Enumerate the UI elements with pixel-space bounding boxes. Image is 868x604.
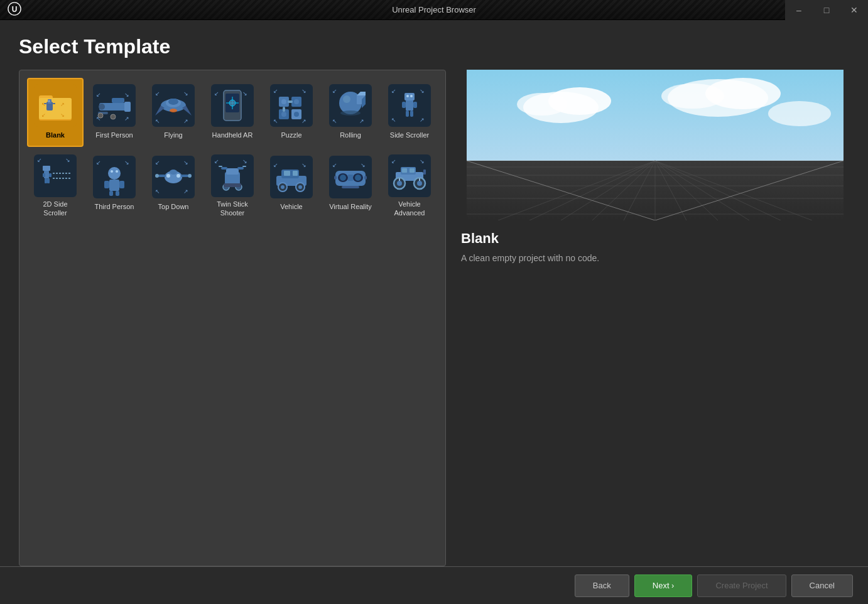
svg-rect-124 [237,167,244,170]
svg-rect-56 [288,100,293,103]
svg-point-176 [768,101,831,126]
svg-point-65 [340,111,361,116]
flying-icon: ↙ ↘ ↖ ↗ [151,83,196,128]
svg-rect-125 [219,166,222,167]
back-button[interactable]: Back [575,574,629,597]
svg-point-115 [188,174,192,178]
flying-label: Flying [164,131,182,139]
svg-point-8 [48,100,50,102]
template-item-vehicle[interactable]: ↙ ↘ Vehicle [263,149,320,218]
window-title: Unreal Project Browser [392,5,476,14]
svg-text:↙: ↙ [155,90,160,97]
close-button[interactable]: ✕ [840,0,868,20]
svg-rect-78 [413,102,417,108]
svg-rect-104 [116,191,119,196]
svg-point-172 [517,93,567,116]
svg-text:↙: ↙ [96,159,101,166]
svg-rect-103 [109,191,113,196]
svg-rect-158 [402,168,407,173]
svg-rect-113 [181,175,188,177]
template-item-top-down[interactable]: ↙ ↘ ↖ ↗ Top Down [145,149,202,218]
minimize-button[interactable]: – [785,0,813,20]
virtual-reality-icon: ↙ ↘ [328,154,373,200]
svg-rect-122 [226,168,239,175]
svg-rect-44 [230,100,235,105]
svg-point-52 [281,99,286,104]
svg-point-148 [355,175,361,181]
svg-rect-152 [342,186,359,188]
svg-text:↙: ↙ [214,158,219,164]
template-item-vehicle-advanced[interactable]: ↙ ↘ Vehicle Advanced [381,149,438,218]
template-item-puzzle[interactable]: ↙ ↘ ↖ ↗ Puzzle [263,78,320,147]
preview-area: Blank A clean empty project with no code… [446,70,849,566]
first-person-icon: ↙ ↘ ↖ ↗ [92,83,137,128]
svg-text:↗: ↗ [60,102,65,107]
virtual-reality-label: Virtual Reality [329,202,372,211]
vehicle-advanced-icon: ↙ ↘ [387,154,432,197]
svg-point-76 [410,95,413,97]
svg-rect-136 [293,171,298,176]
svg-text:↙: ↙ [155,159,160,166]
svg-text:↘: ↘ [124,159,129,166]
template-grid: ↙ ↘ ↖ ↗ Blank [27,78,438,218]
svg-rect-74 [406,100,413,111]
svg-text:↘: ↘ [301,88,307,94]
twin-stick-shooter-label: Twin Stick Shooter [208,200,257,218]
svg-rect-80 [410,111,413,117]
svg-rect-150 [334,176,337,180]
svg-text:↗: ↗ [301,118,307,124]
svg-rect-91 [47,178,50,183]
svg-text:↗: ↗ [124,116,129,122]
svg-point-99 [116,170,118,173]
template-item-twin-stick-shooter[interactable]: ↙ ↘ Twin Stick Shooter [204,149,261,218]
template-item-side-scroller[interactable]: ↙ ↘ ↖ ↗ Side Scroller [381,78,438,147]
maximize-button[interactable]: □ [813,0,840,20]
preview-image [461,70,849,220]
template-item-third-person[interactable]: ↙ ↘ Third Person [86,149,143,218]
template-item-blank[interactable]: ↙ ↘ ↖ ↗ Blank [27,78,84,147]
svg-point-111 [170,170,177,175]
svg-rect-10 [53,103,55,104]
twin-stick-shooter-icon: ↙ ↘ [210,154,255,197]
puzzle-icon: ↙ ↘ ↖ ↗ [269,83,314,128]
svg-text:↖: ↖ [391,117,396,123]
svg-rect-89 [49,173,52,177]
svg-text:↘: ↘ [361,162,366,168]
template-item-first-person[interactable]: ↙ ↘ ↖ ↗ First Person [86,78,143,147]
svg-text:↙: ↙ [273,88,278,94]
top-down-label: Top Down [158,202,189,211]
rolling-label: Rolling [340,131,361,139]
svg-text:↘: ↘ [124,92,129,98]
create-project-button: Create Project [697,574,786,597]
top-down-icon: ↙ ↘ ↖ ↗ [151,154,196,200]
svg-rect-73 [404,93,415,100]
template-item-2d-side-scroller[interactable]: ↙ ↘ 2D Side Scroller [27,149,84,218]
svg-point-175 [661,84,724,109]
content-area: ↙ ↘ ↖ ↗ Blank [19,70,849,566]
svg-rect-166 [423,170,426,175]
svg-point-163 [417,181,422,186]
third-person-label: Third Person [95,202,134,211]
svg-point-147 [340,175,346,181]
handheld-ar-label: Handheld AR [212,131,253,139]
template-item-virtual-reality[interactable]: ↙ ↘ Virtual Reality [322,149,379,218]
svg-text:↘: ↘ [242,158,247,164]
svg-rect-149 [348,175,353,181]
template-item-flying[interactable]: ↙ ↘ ↖ ↗ Flying [145,78,202,147]
2d-side-scroller-label: 2D Side Scroller [31,200,80,218]
template-item-handheld-ar[interactable]: ↙ ↘ Handheld AR [204,78,261,147]
cancel-button[interactable]: Cancel [791,574,853,597]
svg-text:↘: ↘ [420,158,425,164]
preview-title: Blank [461,230,849,247]
svg-point-109 [166,174,170,178]
svg-text:↘: ↘ [242,90,247,97]
template-item-rolling[interactable]: ↙ ↖ ↗ Rolling [322,78,379,147]
footer: Back Next › Create Project Cancel [0,566,868,604]
svg-rect-101 [104,181,109,188]
svg-rect-151 [364,176,367,180]
main-content: Select Template [0,20,868,566]
svg-rect-90 [45,178,47,183]
template-grid-area[interactable]: ↙ ↘ ↖ ↗ Blank [19,70,446,566]
next-button[interactable]: Next › [634,574,693,597]
handheld-ar-icon: ↙ ↘ [210,83,255,128]
